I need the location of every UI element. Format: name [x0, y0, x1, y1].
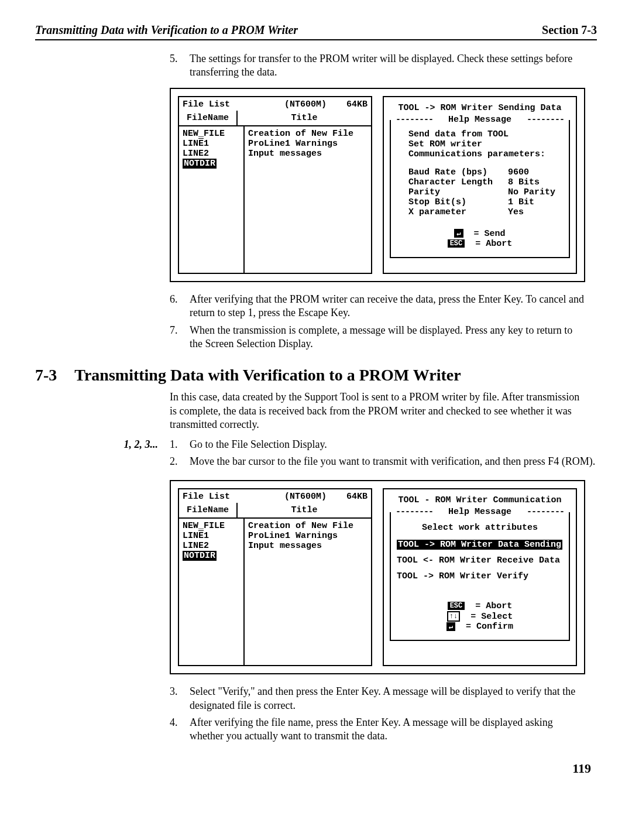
title-row: Input messages [248, 541, 367, 551]
step-text: Move the bar cursor to the file you want… [190, 455, 597, 468]
page-header: Transmitting Data with Verification to a… [35, 23, 597, 40]
step-number: 7. [170, 324, 190, 351]
step-text: Go to the File Selection Display. [190, 438, 597, 451]
title-row: Creation of New File [248, 521, 367, 531]
menu-item-selected: TOOL -> ROM Writer Data Sending [397, 540, 563, 550]
help-title: -------- Help Message -------- [391, 115, 569, 125]
file-row: LINE2 [183, 149, 240, 159]
size-label: 64KB [346, 100, 367, 109]
model-label: (NT600M) [265, 100, 346, 109]
steps-label: 1, 2, 3... [76, 438, 170, 472]
step-text: The settings for transfer to the PROM wr… [190, 52, 585, 80]
key-legend: ↵ = Send ESC = Abort [397, 229, 563, 249]
step-number: 2. [170, 455, 190, 468]
step-5: 5. The settings for transfer to the PROM… [170, 52, 585, 80]
file-row: NEW_FILE [183, 521, 240, 531]
param-val: 8 Bits [508, 177, 540, 187]
step-text: After verifying the file name, press the… [190, 716, 585, 743]
header-title-left: Transmitting Data with Verification to a… [35, 23, 298, 37]
section-title: Transmitting Data with Verification to a… [74, 366, 461, 385]
col-header-title: Title [238, 111, 371, 125]
step-6: 6. After verifying that the PROM writer … [170, 293, 585, 320]
esc-key-icon: ESC [448, 602, 465, 610]
arrow-keys-icon: ↑↓ [447, 611, 460, 622]
col-header-title: Title [238, 503, 371, 517]
param-val: 1 Bit [508, 197, 534, 207]
section-number: 7-3 [35, 366, 57, 385]
step-number: 3. [170, 685, 190, 712]
step-text: Select "Verify," and then press the Ente… [190, 685, 585, 712]
info-panel: TOOL -> ROM Writer Sending Data --------… [383, 96, 577, 274]
enter-key-icon: ↵ [446, 622, 455, 631]
page-number: 119 [35, 761, 591, 776]
esc-key-icon: ESC [448, 239, 465, 248]
file-row: LINE1 [183, 139, 240, 149]
filename-column: NEW_FILE LINE1 LINE2 NOTDIR [179, 126, 245, 273]
title-row: ProLine1 Warnings [248, 531, 367, 541]
step-7: 7. When the transmission is complete, a … [170, 324, 585, 351]
param-key: Stop Bit(s) [408, 197, 508, 207]
step-number: 5. [170, 52, 190, 80]
title-row: Creation of New File [248, 129, 367, 139]
file-row: NEW_FILE [183, 129, 240, 139]
step-number: 4. [170, 716, 190, 743]
param-key: X parameter [408, 207, 508, 217]
file-list-label: File List [183, 492, 265, 502]
menu-item: TOOL <- ROM Writer Receive Data [397, 556, 563, 565]
file-row-selected: NOTDIR [183, 159, 240, 169]
file-list-panel: File List (NT600M) 64KB FileName Title N… [178, 488, 372, 666]
help-line: Communications parameters: [408, 149, 563, 159]
step-number: 6. [170, 293, 190, 320]
file-list-label: File List [183, 100, 265, 109]
key-legend: ESC = Abort ↑↓ = Select ↵ = Confirm [397, 601, 563, 632]
file-row: LINE2 [183, 541, 240, 551]
dos-figure-sending: File List (NT600M) 64KB FileName Title N… [170, 88, 585, 282]
step-3: 3. Select "Verify," and then press the E… [170, 685, 585, 712]
help-box: -------- Help Message -------- Select wo… [390, 512, 570, 641]
title-row: Input messages [248, 149, 367, 159]
help-box: -------- Help Message -------- Send data… [390, 120, 570, 258]
step-text: When the transmission is complete, a mes… [190, 324, 585, 351]
file-list-panel: File List (NT600M) 64KB FileName Title N… [178, 96, 372, 274]
header-section-right: Section 7-3 [542, 23, 597, 37]
filename-column: NEW_FILE LINE1 LINE2 NOTDIR [179, 519, 245, 665]
dos-figure-communication: File List (NT600M) 64KB FileName Title N… [170, 480, 585, 674]
param-val: 9600 [508, 167, 529, 177]
param-key: Baud Rate (bps) [408, 167, 508, 177]
info-panel: TOOL - ROM Writer Communication --------… [383, 488, 577, 666]
step-number: 1. [170, 438, 190, 451]
param-key: Parity [408, 187, 508, 197]
step-4: 4. After verifying the file name, press … [170, 716, 585, 743]
help-line: Set ROM writer [408, 139, 563, 149]
section-heading: 7-3 Transmitting Data with Verification … [35, 366, 597, 385]
menu-item: TOOL -> ROM Writer Verify [397, 571, 563, 581]
col-header-filename: FileName [179, 111, 238, 125]
file-row: LINE1 [183, 531, 240, 541]
model-label: (NT600M) [265, 492, 346, 502]
help-subtitle: Select work attributes [397, 518, 563, 540]
step-2: 2. Move the bar cursor to the file you w… [170, 455, 597, 468]
step-text: After verifying that the PROM writer can… [190, 293, 585, 320]
title-column: Creation of New File ProLine1 Warnings I… [245, 126, 371, 273]
file-row-selected: NOTDIR [183, 551, 240, 561]
title-column: Creation of New File ProLine1 Warnings I… [245, 519, 371, 665]
param-val: Yes [508, 207, 524, 217]
step-1: 1. Go to the File Selection Display. [170, 438, 597, 451]
help-line: Send data from TOOL [408, 129, 563, 139]
param-key: Character Length [408, 177, 508, 187]
col-header-filename: FileName [179, 503, 238, 517]
section-intro: In this case, data created by the Suppor… [170, 390, 585, 431]
title-row: ProLine1 Warnings [248, 139, 367, 149]
help-title: -------- Help Message -------- [391, 507, 569, 517]
size-label: 64KB [346, 492, 367, 502]
param-val: No Parity [508, 187, 555, 197]
enter-key-icon: ↵ [454, 229, 463, 238]
